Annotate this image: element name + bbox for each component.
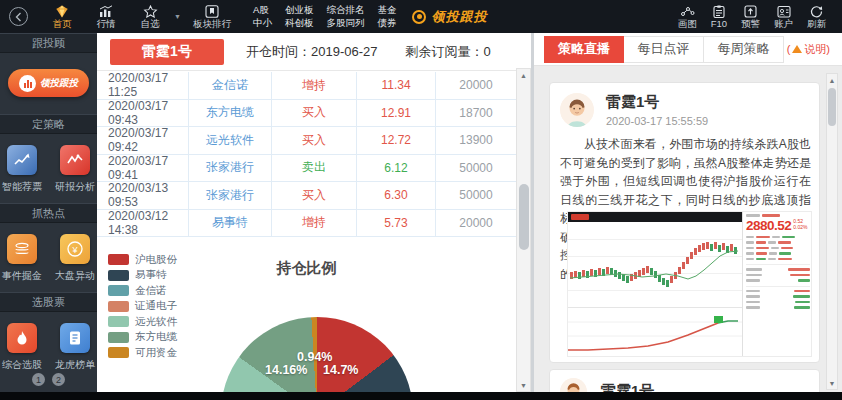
tool-account-label: 账户 <box>774 19 793 29</box>
refresh-icon <box>810 5 823 18</box>
sidebar-item-ranking-list[interactable]: 龙虎榜单 <box>55 323 95 372</box>
link-star-market[interactable]: 科创板 <box>285 17 314 29</box>
strategy-post-partial[interactable]: 雷霆1号 <box>549 369 820 392</box>
legend-item[interactable]: 东方电缆 <box>108 332 177 344</box>
tool-alert-label: 预警 <box>741 19 760 29</box>
sidebar-item-smart-pick[interactable]: 智能荐票 <box>2 145 42 194</box>
table-row[interactable]: 2020/03/17 09:41张家港行卖出6.1250000 <box>97 155 516 183</box>
scroll-down-arrow[interactable]: ▼ <box>517 379 530 391</box>
market-quick-links: A股 中小 创业板 科创板 综合排名 多股同列 基金 债券 <box>253 4 397 29</box>
brand-logo-text: 领投跟投 <box>431 8 487 26</box>
portfolio-panel: 雷霆1号 开仓时间：2019-06-27 剩余订阅量：0 2020/03/17 … <box>97 33 531 392</box>
legend-item[interactable]: 可用资金 <box>108 347 177 359</box>
link-multi-stock[interactable]: 多股同列 <box>326 17 364 29</box>
legend-item[interactable]: 远光软件 <box>108 316 177 328</box>
brand-pill-icon <box>19 75 36 92</box>
pager-dot-1[interactable]: 1 <box>32 373 45 386</box>
sidebar-section-stock-picking: 选股票 <box>0 292 97 312</box>
sidebar-brand-button[interactable]: 领投跟投 <box>8 69 89 97</box>
bottom-edge-bar <box>0 392 842 400</box>
nav-sector-rank[interactable]: 板块排行 <box>183 0 241 33</box>
sidebar-item-event-gold[interactable]: 事件掘金 <box>2 234 42 283</box>
report-analysis-icon <box>60 145 90 175</box>
link-rankings[interactable]: 综合排名 <box>326 4 364 16</box>
warning-triangle-icon <box>792 45 802 53</box>
back-button[interactable] <box>9 7 28 26</box>
tool-alert[interactable]: 预警 <box>741 5 760 29</box>
left-sidebar: 跟投顾 领投跟投 定策略 智能荐票 研报分析 抓热点 <box>0 33 97 392</box>
pie-label-cash: 0.94% <box>297 350 332 364</box>
link-chinext[interactable]: 创业板 <box>285 4 314 16</box>
gem-icon <box>54 5 70 18</box>
table-row[interactable]: 2020/03/17 11:25金信诺增持11.3420000 <box>97 72 516 100</box>
trade-table: 2020/03/17 11:25金信诺增持11.34200002020/03/1… <box>97 72 516 237</box>
top-toolbar: 首页 行情 自选 ▼ 板块排行 A股 中小 创业板 科 <box>0 0 842 33</box>
tool-refresh[interactable]: 刷新 <box>807 5 826 29</box>
table-row[interactable]: 2020/03/13 09:53张家港行买入6.3050000 <box>97 182 516 210</box>
tab-weekly-strategy[interactable]: 每周策略 <box>704 36 784 63</box>
strategy-tabs: 策略直播 每日点评 每周策略 ( 说明) <box>534 33 842 66</box>
tool-f10-label: F10 <box>711 19 727 29</box>
chart-image-titlebar <box>568 212 742 222</box>
index-price: 2880.52 <box>746 219 791 233</box>
market-move-icon: ¥ <box>60 234 90 264</box>
tool-draw-label: 画图 <box>678 19 697 29</box>
nav-watchlist[interactable]: 自选 <box>128 0 172 33</box>
scroll-down-arrow[interactable]: ▼ <box>827 377 837 389</box>
scroll-up-arrow[interactable]: ▲ <box>517 69 530 81</box>
tool-refresh-label: 刷新 <box>807 19 826 29</box>
link-funds[interactable]: 基金 <box>377 4 396 16</box>
legend-item[interactable]: 金信诺 <box>108 285 177 297</box>
nav-home[interactable]: 首页 <box>40 0 84 33</box>
tab-strategy-live[interactable]: 策略直播 <box>544 36 624 63</box>
tool-account[interactable]: 账户 <box>774 5 793 29</box>
table-row[interactable]: 2020/03/17 09:43东方电缆买入12.9118700 <box>97 100 516 128</box>
link-bonds[interactable]: 债券 <box>377 17 396 29</box>
main-scrollbar[interactable]: ▲ ▼ <box>516 68 531 392</box>
strategy-panel: 策略直播 每日点评 每周策略 ( 说明) <box>534 33 842 392</box>
svg-text:¥: ¥ <box>71 245 78 255</box>
post-author-name[interactable]: 雷霆1号 <box>606 93 708 112</box>
table-row[interactable]: 2020/03/12 14:38易事特增持5.7320000 <box>97 210 516 238</box>
author-avatar <box>560 93 594 127</box>
chevron-down-icon[interactable]: ▼ <box>174 13 181 20</box>
quote-panel: 2880.52 0.52 0.02% <box>742 212 812 357</box>
legend-item[interactable]: 证通电子 <box>108 301 177 313</box>
topbar-brand-logo: 领投跟投 <box>412 8 487 26</box>
sidebar-item-stock-screener[interactable]: 综合选股 <box>2 323 42 372</box>
sidebar-section-hotspots: 抓热点 <box>0 203 97 223</box>
topbar-tools: 画图 F10 预警 <box>678 5 826 29</box>
sidebar-section-strategy: 定策略 <box>0 114 97 134</box>
alert-icon <box>744 5 757 18</box>
post-chart-image[interactable]: 2880.52 0.52 0.02% <box>567 211 812 357</box>
app-window: 首页 行情 自选 ▼ 板块排行 A股 中小 创业板 科 <box>0 0 842 400</box>
sidebar-item-report-analysis[interactable]: 研报分析 <box>55 145 95 194</box>
kline-chart-area <box>568 222 742 306</box>
nav-market-label: 行情 <box>97 19 116 29</box>
sidebar-section-advisor: 跟投顾 <box>0 33 97 53</box>
legend-item[interactable]: 沪电股份 <box>108 254 177 266</box>
scrollbar-thumb[interactable] <box>519 184 529 250</box>
scrollbar-thumb[interactable] <box>828 88 836 126</box>
tab-daily-review[interactable]: 每日点评 <box>624 36 704 63</box>
indicator-subchart <box>568 307 742 357</box>
link-a-shares[interactable]: A股 <box>253 4 272 16</box>
tool-draw[interactable]: 画图 <box>678 5 697 29</box>
tool-f10[interactable]: F10 <box>711 5 727 29</box>
sidebar-item-market-move[interactable]: ¥ 大盘异动 <box>55 234 95 283</box>
pager-dot-2[interactable]: 2 <box>52 373 65 386</box>
link-sme[interactable]: 中小 <box>253 17 272 29</box>
explain-link[interactable]: ( 说明) <box>787 42 830 57</box>
strategy-post: 雷霆1号 2020-03-17 15:55:59 从技术面来看，外围市场的持续杀… <box>549 82 820 363</box>
scroll-up-arrow[interactable]: ▲ <box>827 74 837 86</box>
smart-pick-icon <box>7 145 37 175</box>
nav-market[interactable]: 行情 <box>84 0 128 33</box>
product-button[interactable]: 雷霆1号 <box>110 39 224 65</box>
table-row[interactable]: 2020/03/17 09:42远光软件买入12.7213900 <box>97 127 516 155</box>
post-author-name: 雷霆1号 <box>601 382 654 393</box>
right-scrollbar[interactable]: ▲ ▼ <box>826 73 838 390</box>
draw-icon <box>680 5 695 18</box>
ma-line <box>568 222 742 306</box>
legend-item[interactable]: 易事特 <box>108 270 177 282</box>
strategy-feed: 雷霆1号 2020-03-17 15:55:59 从技术面来看，外围市场的持续杀… <box>549 82 820 392</box>
